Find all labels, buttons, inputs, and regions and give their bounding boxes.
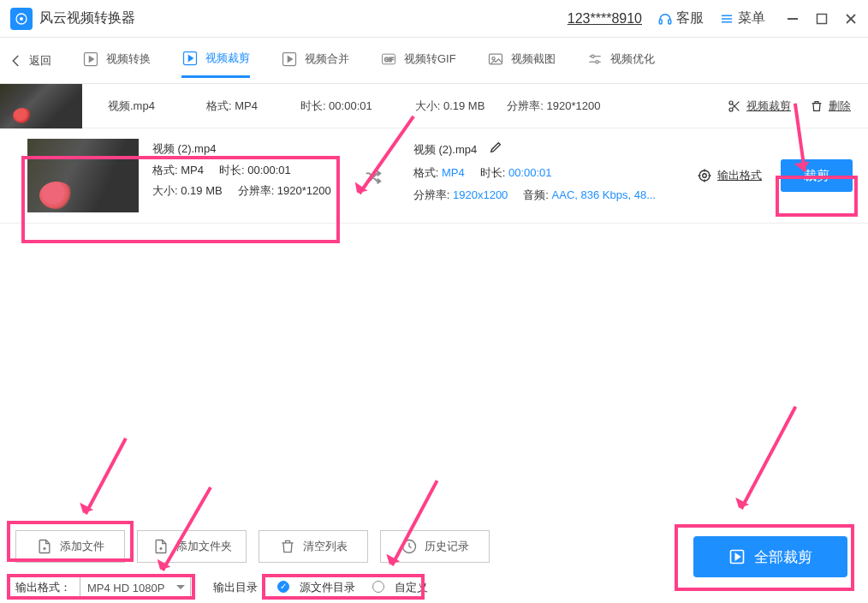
format-value[interactable]: MP4 (442, 166, 465, 179)
svg-point-30 (703, 174, 707, 178)
source-meta: 视频 (2).mp4 格式: MP4 时长: 00:00:01 大小: 0.19… (152, 139, 331, 202)
maximize-button[interactable] (815, 12, 829, 26)
file-name: 视频.mp4 (108, 99, 155, 114)
output-format-button[interactable]: 输出格式 (697, 168, 762, 183)
support-label: 客服 (676, 9, 704, 27)
history-button[interactable]: 历史记录 (380, 530, 490, 563)
delete-action[interactable]: 删除 (810, 99, 851, 114)
arrow-left-icon (9, 53, 24, 69)
gif-icon: GIF (380, 51, 397, 68)
play-box-icon (728, 548, 746, 565)
file-row[interactable]: 视频.mp4 格式: MP4 时长: 00:00:01 大小: 0.19 MB … (0, 84, 868, 128)
svg-rect-2 (659, 19, 662, 23)
file-format: 格式: MP4 (206, 99, 258, 114)
format-label: 格式: (413, 166, 442, 179)
svg-point-24 (596, 60, 598, 63)
image-icon (487, 51, 504, 68)
target-icon (697, 168, 712, 183)
output-format-value: MP4 HD 1080P (87, 582, 164, 594)
output-format-label: 输出格式 (717, 168, 762, 183)
merge-icon (281, 51, 298, 68)
svg-point-23 (592, 55, 594, 57)
svg-marker-41 (735, 554, 740, 560)
target-name: 视频 (2).mp4 (413, 143, 477, 156)
tab-video-merge[interactable]: 视频合并 (281, 51, 349, 71)
add-folder-button[interactable]: 添加文件夹 (137, 530, 247, 563)
minimize-button[interactable] (786, 12, 800, 26)
source-size: 大小: 0.19 MB (152, 181, 223, 202)
tab-video-optimize[interactable]: 视频优化 (586, 51, 655, 71)
target-meta: 视频 (2).mp4 格式: MP4 时长: 00:00:01 分辨率: 192… (413, 139, 656, 206)
svg-marker-14 (188, 56, 193, 62)
file-plus-icon (36, 538, 53, 555)
output-dir-label: 输出目录： (213, 580, 269, 595)
scissors-icon (728, 99, 741, 113)
account-link[interactable]: 123****8910 (568, 11, 642, 27)
crop-all-label: 全部裁剪 (754, 547, 812, 567)
file-detail-row: 视频 (2).mp4 格式: MP4 时长: 00:00:01 大小: 0.19… (0, 128, 868, 224)
clear-list-label: 清空列表 (303, 539, 348, 554)
video-crop-action[interactable]: 视频裁剪 (728, 99, 791, 114)
tab-label: 视频转GIF (404, 51, 456, 67)
tab-label: 视频转换 (106, 51, 151, 67)
video-thumbnail (0, 84, 82, 128)
radio-custom-label: 自定义 (395, 580, 428, 595)
output-format-select[interactable]: MP4 HD 1080P (80, 576, 191, 599)
clear-list-button[interactable]: 清空列表 (259, 530, 368, 563)
svg-rect-8 (817, 14, 827, 23)
tab-label: 视频截图 (511, 51, 556, 67)
support-button[interactable]: 客服 (657, 9, 704, 27)
add-file-label: 添加文件 (60, 539, 104, 554)
duration-value[interactable]: 00:00:01 (508, 166, 552, 179)
svg-point-20 (492, 57, 495, 59)
tab-video-crop[interactable]: 视频裁剪 (181, 50, 250, 78)
svg-marker-16 (288, 56, 292, 62)
crop-label: 视频裁剪 (746, 99, 791, 114)
tab-video-gif[interactable]: GIF 视频转GIF (380, 51, 456, 71)
folder-plus-icon (152, 538, 169, 555)
svg-point-29 (699, 170, 710, 181)
back-button[interactable]: 返回 (9, 53, 51, 69)
history-label: 历史记录 (425, 539, 469, 554)
close-button[interactable] (844, 12, 858, 26)
crop-play-icon (181, 50, 199, 67)
crop-button[interactable]: 裁剪 (781, 159, 853, 192)
file-resolution: 分辨率: 1920*1200 (507, 99, 600, 114)
resolution-value[interactable]: 1920x1200 (453, 188, 508, 201)
shuffle-icon[interactable] (364, 168, 383, 189)
file-duration: 时长: 00:00:01 (300, 99, 372, 114)
menu-label: 菜单 (738, 9, 765, 27)
menu-button[interactable]: 菜单 (719, 9, 765, 27)
tab-label: 视频裁剪 (205, 51, 250, 66)
clock-icon (401, 538, 418, 555)
app-title: 风云视频转换器 (39, 9, 135, 27)
audio-value[interactable]: AAC, 836 Kbps, 48... (552, 188, 656, 201)
crop-all-button[interactable]: 全部裁剪 (693, 536, 847, 577)
trash-icon (279, 538, 296, 555)
source-resolution: 分辨率: 1920*1200 (238, 181, 331, 202)
tab-video-screenshot[interactable]: 视频截图 (487, 51, 556, 71)
tab-label: 视频合并 (305, 51, 349, 67)
add-file-button[interactable]: 添加文件 (15, 530, 125, 563)
source-format: 格式: MP4 (152, 160, 204, 182)
menu-icon (719, 11, 734, 27)
headset-icon (657, 11, 673, 27)
resolution-label: 分辨率: (413, 188, 453, 201)
svg-text:GIF: GIF (384, 57, 394, 63)
radio-custom-dir[interactable] (372, 581, 384, 593)
duration-label: 时长: (480, 166, 508, 179)
radio-source-dir[interactable] (277, 581, 289, 593)
video-thumbnail (27, 139, 139, 212)
output-format-label: 输出格式： (15, 580, 71, 595)
edit-icon[interactable] (489, 140, 502, 162)
play-icon (82, 51, 99, 68)
delete-label: 删除 (829, 99, 851, 114)
add-folder-label: 添加文件夹 (176, 539, 232, 554)
source-name: 视频 (2).mp4 (152, 139, 331, 160)
trash-icon (810, 99, 823, 113)
back-label: 返回 (29, 53, 51, 69)
tab-video-convert[interactable]: 视频转换 (82, 51, 151, 71)
audio-label: 音频: (523, 188, 551, 201)
svg-rect-3 (669, 19, 671, 23)
source-duration: 时长: 00:00:01 (219, 160, 291, 182)
